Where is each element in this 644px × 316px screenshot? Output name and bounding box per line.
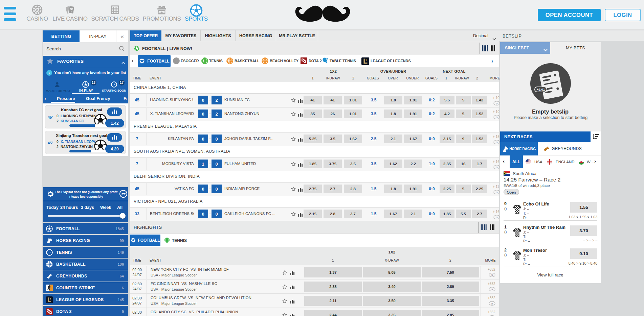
svg-text:5: 5 <box>496 166 498 169</box>
svg-text:5: 5 <box>496 102 498 105</box>
svg-text:5: 5 <box>491 288 493 291</box>
svg-text:5: 5 <box>496 216 498 219</box>
svg-text:5: 5 <box>496 191 498 194</box>
svg-text:5: 5 <box>491 274 493 277</box>
svg-text:5: 5 <box>496 141 498 144</box>
svg-text:5: 5 <box>491 302 493 305</box>
svg-text:5: 5 <box>496 116 498 119</box>
